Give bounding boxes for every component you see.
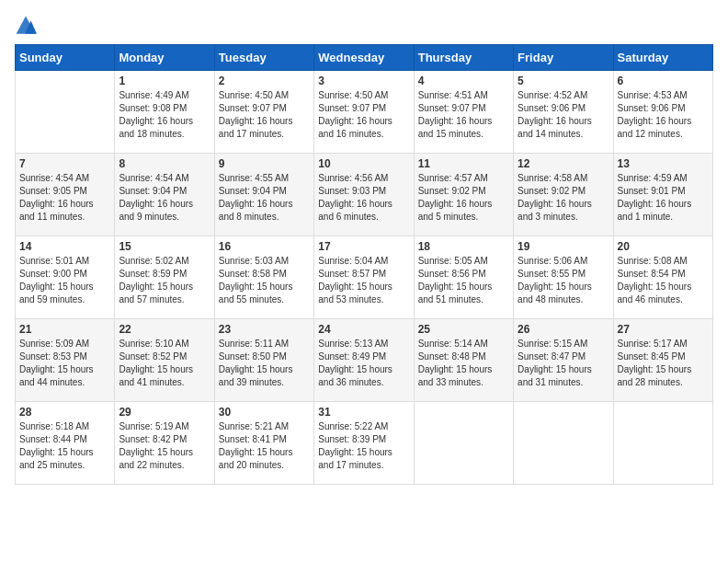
calendar-cell: 19Sunrise: 5:06 AM Sunset: 8:55 PM Dayli… xyxy=(514,236,613,319)
calendar-cell: 24Sunrise: 5:13 AM Sunset: 8:49 PM Dayli… xyxy=(314,319,414,402)
day-info: Sunrise: 5:18 AM Sunset: 8:44 PM Dayligh… xyxy=(19,420,110,472)
calendar-cell: 31Sunrise: 5:22 AM Sunset: 8:39 PM Dayli… xyxy=(314,402,414,485)
calendar-cell: 21Sunrise: 5:09 AM Sunset: 8:53 PM Dayli… xyxy=(16,319,115,402)
calendar-cell: 20Sunrise: 5:08 AM Sunset: 8:54 PM Dayli… xyxy=(613,236,712,319)
day-number: 1 xyxy=(119,75,210,87)
day-number: 22 xyxy=(119,323,210,336)
day-info: Sunrise: 4:54 AM Sunset: 9:05 PM Dayligh… xyxy=(19,172,110,224)
calendar-cell: 29Sunrise: 5:19 AM Sunset: 8:42 PM Dayli… xyxy=(115,402,214,485)
day-number: 30 xyxy=(219,406,310,419)
day-info: Sunrise: 5:04 AM Sunset: 8:57 PM Dayligh… xyxy=(318,255,409,306)
logo-icon xyxy=(15,15,37,37)
column-header-thursday: Thursday xyxy=(414,45,513,71)
day-number: 5 xyxy=(518,75,609,87)
calendar-cell: 30Sunrise: 5:21 AM Sunset: 8:41 PM Dayli… xyxy=(214,402,313,485)
calendar-cell xyxy=(16,71,115,154)
page-header xyxy=(15,15,713,37)
day-number: 4 xyxy=(418,75,509,87)
column-header-monday: Monday xyxy=(115,45,214,71)
calendar-cell: 15Sunrise: 5:02 AM Sunset: 8:59 PM Dayli… xyxy=(115,236,214,319)
calendar-cell: 8Sunrise: 4:54 AM Sunset: 9:04 PM Daylig… xyxy=(115,154,214,236)
day-info: Sunrise: 5:06 AM Sunset: 8:55 PM Dayligh… xyxy=(518,255,609,306)
day-number: 26 xyxy=(518,323,609,336)
day-number: 25 xyxy=(418,323,509,336)
calendar-cell: 17Sunrise: 5:04 AM Sunset: 8:57 PM Dayli… xyxy=(314,236,414,319)
day-info: Sunrise: 5:14 AM Sunset: 8:48 PM Dayligh… xyxy=(418,338,509,389)
calendar-cell: 23Sunrise: 5:11 AM Sunset: 8:50 PM Dayli… xyxy=(214,319,313,402)
calendar-cell: 2Sunrise: 4:50 AM Sunset: 9:07 PM Daylig… xyxy=(214,71,313,154)
calendar-cell xyxy=(414,402,513,485)
day-info: Sunrise: 5:17 AM Sunset: 8:45 PM Dayligh… xyxy=(618,338,709,389)
day-number: 6 xyxy=(618,75,709,87)
calendar-cell: 28Sunrise: 5:18 AM Sunset: 8:44 PM Dayli… xyxy=(16,402,115,485)
day-number: 9 xyxy=(219,157,310,170)
day-info: Sunrise: 5:10 AM Sunset: 8:52 PM Dayligh… xyxy=(119,338,210,389)
day-info: Sunrise: 5:05 AM Sunset: 8:56 PM Dayligh… xyxy=(418,255,509,306)
week-row-5: 28Sunrise: 5:18 AM Sunset: 8:44 PM Dayli… xyxy=(16,402,713,485)
day-info: Sunrise: 4:56 AM Sunset: 9:03 PM Dayligh… xyxy=(318,172,409,224)
column-header-wednesday: Wednesday xyxy=(314,45,414,71)
calendar-cell: 9Sunrise: 4:55 AM Sunset: 9:04 PM Daylig… xyxy=(214,154,313,236)
day-info: Sunrise: 5:03 AM Sunset: 8:58 PM Dayligh… xyxy=(219,255,310,306)
day-info: Sunrise: 5:08 AM Sunset: 8:54 PM Dayligh… xyxy=(618,255,709,306)
day-number: 11 xyxy=(418,157,509,170)
column-header-saturday: Saturday xyxy=(613,45,712,71)
day-info: Sunrise: 5:02 AM Sunset: 8:59 PM Dayligh… xyxy=(119,255,210,306)
day-info: Sunrise: 5:15 AM Sunset: 8:47 PM Dayligh… xyxy=(518,338,609,389)
column-header-sunday: Sunday xyxy=(16,45,115,71)
day-info: Sunrise: 5:09 AM Sunset: 8:53 PM Dayligh… xyxy=(19,338,110,389)
day-info: Sunrise: 4:50 AM Sunset: 9:07 PM Dayligh… xyxy=(318,89,409,141)
calendar-cell: 3Sunrise: 4:50 AM Sunset: 9:07 PM Daylig… xyxy=(314,71,414,154)
calendar-cell: 6Sunrise: 4:53 AM Sunset: 9:06 PM Daylig… xyxy=(613,71,712,154)
day-number: 17 xyxy=(318,240,409,253)
day-info: Sunrise: 5:19 AM Sunset: 8:42 PM Dayligh… xyxy=(119,420,210,472)
calendar-header-row: SundayMondayTuesdayWednesdayThursdayFrid… xyxy=(16,45,713,71)
column-header-friday: Friday xyxy=(514,45,613,71)
week-row-4: 21Sunrise: 5:09 AM Sunset: 8:53 PM Dayli… xyxy=(16,319,713,402)
calendar-cell: 12Sunrise: 4:58 AM Sunset: 9:02 PM Dayli… xyxy=(514,154,613,236)
day-number: 16 xyxy=(219,240,310,253)
day-info: Sunrise: 4:55 AM Sunset: 9:04 PM Dayligh… xyxy=(219,172,310,224)
day-info: Sunrise: 4:58 AM Sunset: 9:02 PM Dayligh… xyxy=(518,172,609,224)
day-number: 31 xyxy=(318,406,409,419)
day-number: 7 xyxy=(19,157,110,170)
calendar-cell: 26Sunrise: 5:15 AM Sunset: 8:47 PM Dayli… xyxy=(514,319,613,402)
logo xyxy=(15,15,40,37)
day-number: 19 xyxy=(518,240,609,253)
day-info: Sunrise: 4:57 AM Sunset: 9:02 PM Dayligh… xyxy=(418,172,509,224)
day-info: Sunrise: 4:54 AM Sunset: 9:04 PM Dayligh… xyxy=(119,172,210,224)
calendar-table: SundayMondayTuesdayWednesdayThursdayFrid… xyxy=(15,44,713,485)
calendar-cell xyxy=(514,402,613,485)
day-number: 12 xyxy=(518,157,609,170)
day-info: Sunrise: 4:59 AM Sunset: 9:01 PM Dayligh… xyxy=(618,172,709,224)
day-info: Sunrise: 5:22 AM Sunset: 8:39 PM Dayligh… xyxy=(318,420,409,472)
day-number: 24 xyxy=(318,323,409,336)
day-number: 3 xyxy=(318,75,409,87)
day-info: Sunrise: 4:52 AM Sunset: 9:06 PM Dayligh… xyxy=(518,89,609,141)
column-header-tuesday: Tuesday xyxy=(214,45,313,71)
week-row-2: 7Sunrise: 4:54 AM Sunset: 9:05 PM Daylig… xyxy=(16,154,713,236)
day-info: Sunrise: 5:11 AM Sunset: 8:50 PM Dayligh… xyxy=(219,338,310,389)
calendar-cell xyxy=(613,402,712,485)
calendar-cell: 1Sunrise: 4:49 AM Sunset: 9:08 PM Daylig… xyxy=(115,71,214,154)
calendar-cell: 22Sunrise: 5:10 AM Sunset: 8:52 PM Dayli… xyxy=(115,319,214,402)
day-number: 21 xyxy=(19,323,110,336)
day-number: 8 xyxy=(119,157,210,170)
calendar-cell: 16Sunrise: 5:03 AM Sunset: 8:58 PM Dayli… xyxy=(214,236,313,319)
day-number: 13 xyxy=(618,157,709,170)
day-info: Sunrise: 5:01 AM Sunset: 9:00 PM Dayligh… xyxy=(19,255,110,306)
day-info: Sunrise: 4:49 AM Sunset: 9:08 PM Dayligh… xyxy=(119,89,210,141)
day-info: Sunrise: 4:53 AM Sunset: 9:06 PM Dayligh… xyxy=(618,89,709,141)
day-number: 23 xyxy=(219,323,310,336)
calendar-cell: 14Sunrise: 5:01 AM Sunset: 9:00 PM Dayli… xyxy=(16,236,115,319)
day-number: 2 xyxy=(219,75,310,87)
day-number: 28 xyxy=(19,406,110,419)
calendar-cell: 13Sunrise: 4:59 AM Sunset: 9:01 PM Dayli… xyxy=(613,154,712,236)
calendar-cell: 18Sunrise: 5:05 AM Sunset: 8:56 PM Dayli… xyxy=(414,236,513,319)
day-number: 15 xyxy=(119,240,210,253)
day-number: 18 xyxy=(418,240,509,253)
calendar-cell: 27Sunrise: 5:17 AM Sunset: 8:45 PM Dayli… xyxy=(613,319,712,402)
week-row-1: 1Sunrise: 4:49 AM Sunset: 9:08 PM Daylig… xyxy=(16,71,713,154)
day-number: 20 xyxy=(618,240,709,253)
week-row-3: 14Sunrise: 5:01 AM Sunset: 9:00 PM Dayli… xyxy=(16,236,713,319)
